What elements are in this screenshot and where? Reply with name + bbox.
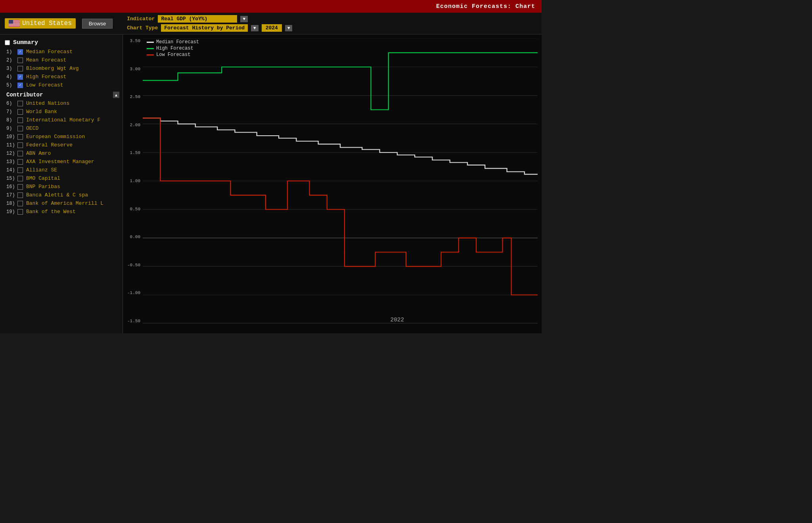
summary-label: Summary xyxy=(13,39,38,46)
sidebar-item-13[interactable]: 13) AXA Investment Manager xyxy=(0,158,123,166)
label-high: High Forecast xyxy=(26,74,66,80)
checkbox-boaml[interactable] xyxy=(17,201,23,206)
sidebar-item-6[interactable]: 6) United Nations xyxy=(0,99,123,108)
y-label-250: 2.50 xyxy=(130,94,140,99)
indicator-value: Real GDP (YoY%) xyxy=(158,15,237,23)
legend-median-color xyxy=(147,42,154,43)
sidebar-item-4[interactable]: 4) High Forecast xyxy=(0,73,123,81)
checkbox-allianz[interactable] xyxy=(17,167,23,173)
sidebar: Summary 1) Median Forecast 2) Mean Forec… xyxy=(0,35,123,333)
indicator-label: Indicator xyxy=(127,16,155,22)
header: United States Browse Indicator Real GDP … xyxy=(0,13,542,35)
contributor-header: Contributor ▲ xyxy=(0,89,123,99)
svg-rect-8 xyxy=(9,24,20,25)
y-label-n050: -0.50 xyxy=(127,263,140,267)
label-bmo: BMO Capital xyxy=(26,175,60,181)
checkbox-bnp[interactable] xyxy=(17,184,23,190)
checkbox-wb[interactable] xyxy=(17,109,23,115)
checkbox-imf[interactable] xyxy=(17,117,23,123)
checkbox-low[interactable] xyxy=(17,83,23,88)
checkbox-fed[interactable] xyxy=(17,142,23,148)
y-label-n150: -1.50 xyxy=(127,319,140,323)
sidebar-item-5[interactable]: 5) Low Forecast xyxy=(0,81,123,89)
chart-area: Median Forecast High Forecast Low Foreca… xyxy=(123,35,542,333)
country-selector[interactable]: United States xyxy=(5,18,76,29)
checkbox-bloomberg[interactable] xyxy=(17,66,23,71)
label-median: Median Forecast xyxy=(26,49,73,55)
checkbox-axa[interactable] xyxy=(17,159,23,165)
label-ec: European Commission xyxy=(26,134,85,140)
sidebar-item-2[interactable]: 2) Mean Forecast xyxy=(0,56,123,64)
year-dropdown[interactable]: ▼ xyxy=(285,25,293,31)
sidebar-item-10[interactable]: 10) European Commission xyxy=(0,133,123,141)
checkbox-un[interactable] xyxy=(17,101,23,106)
sidebar-item-8[interactable]: 8) International Monetary F xyxy=(0,116,123,124)
svg-rect-12 xyxy=(9,27,20,27)
label-bnp: BNP Paribas xyxy=(26,184,60,190)
y-label-150: 1.50 xyxy=(130,150,140,155)
country-label: United States xyxy=(22,20,72,27)
checkbox-banca[interactable] xyxy=(17,192,23,198)
legend-median-label: Median Forecast xyxy=(156,39,199,45)
checkbox-oecd[interactable] xyxy=(17,126,23,131)
sidebar-item-9[interactable]: 9) OECD xyxy=(0,124,123,133)
checkbox-ec[interactable] xyxy=(17,134,23,140)
sidebar-item-19[interactable]: 19) Bank of the West xyxy=(0,208,123,216)
legend-high-label: High Forecast xyxy=(156,46,193,51)
chart-canvas: 2022 xyxy=(143,38,538,323)
checkbox-botw[interactable] xyxy=(17,209,23,215)
label-bloomberg: Bloomberg Wgt Avg xyxy=(26,65,79,71)
legend-low-color xyxy=(147,54,154,56)
label-axa: AXA Investment Manager xyxy=(26,159,94,165)
y-axis: 3.50 3.00 2.50 2.00 1.50 1.00 0.50 0.00 … xyxy=(123,38,142,323)
summary-checkbox[interactable] xyxy=(5,40,10,45)
label-low: Low Forecast xyxy=(26,82,63,88)
label-banca: Banca Aletti & C spa xyxy=(26,192,88,198)
sidebar-item-17[interactable]: 17) Banca Aletti & C spa xyxy=(0,191,123,199)
y-label-000: 0.00 xyxy=(130,235,140,239)
svg-rect-10 xyxy=(9,25,20,26)
sidebar-item-11[interactable]: 11) Federal Reserve xyxy=(0,141,123,149)
checkbox-median[interactable] xyxy=(17,49,23,55)
svg-rect-7 xyxy=(9,24,20,24)
summary-header: Summary xyxy=(0,38,123,48)
label-fed: Federal Reserve xyxy=(26,142,73,148)
sidebar-item-15[interactable]: 15) BMO Capital xyxy=(0,174,123,183)
y-label-350: 3.50 xyxy=(130,38,140,43)
browse-button[interactable]: Browse xyxy=(82,19,113,29)
label-wb: World Bank xyxy=(26,109,57,115)
y-label-200: 2.00 xyxy=(130,123,140,127)
label-imf: International Monetary F xyxy=(26,117,100,123)
y-label-100: 1.00 xyxy=(130,179,140,183)
high-forecast-line xyxy=(143,53,538,110)
y-label-n100: -1.00 xyxy=(127,290,140,295)
svg-rect-9 xyxy=(9,25,20,25)
checkbox-high[interactable] xyxy=(17,74,23,80)
sidebar-item-3[interactable]: 3) Bloomberg Wgt Avg xyxy=(0,64,123,73)
indicator-dropdown[interactable]: ▼ xyxy=(240,16,248,22)
scroll-up-button[interactable]: ▲ xyxy=(113,92,119,98)
checkbox-mean[interactable] xyxy=(17,58,23,63)
chart-svg: 2022 xyxy=(143,38,538,323)
label-abn: ABN Amro xyxy=(26,150,51,156)
checkbox-abn[interactable] xyxy=(17,151,23,156)
median-forecast-line xyxy=(143,118,538,174)
sidebar-item-1[interactable]: 1) Median Forecast xyxy=(0,48,123,56)
sidebar-item-14[interactable]: 14) Allianz SE xyxy=(0,166,123,174)
sidebar-item-18[interactable]: 18) Bank of America Merrill L xyxy=(0,199,123,208)
checkbox-bmo[interactable] xyxy=(17,176,23,181)
label-mean: Mean Forecast xyxy=(26,57,66,63)
y-label-050: 0.50 xyxy=(130,207,140,212)
label-allianz: Allianz SE xyxy=(26,167,57,173)
sidebar-item-16[interactable]: 16) BNP Paribas xyxy=(0,183,123,191)
chart-type-dropdown[interactable]: ▼ xyxy=(251,25,259,31)
contributor-label: Contributor xyxy=(6,92,43,98)
legend-median: Median Forecast xyxy=(147,39,199,45)
sidebar-item-12[interactable]: 12) ABN Amro xyxy=(0,149,123,158)
legend-low-label: Low Forecast xyxy=(156,52,190,58)
sidebar-item-7[interactable]: 7) World Bank xyxy=(0,108,123,116)
chart-type-label: Chart Type xyxy=(127,25,158,31)
page-title: Economic Forecasts: Chart xyxy=(436,3,535,10)
main-content: Summary 1) Median Forecast 2) Mean Forec… xyxy=(0,35,542,333)
svg-rect-11 xyxy=(9,26,20,26)
